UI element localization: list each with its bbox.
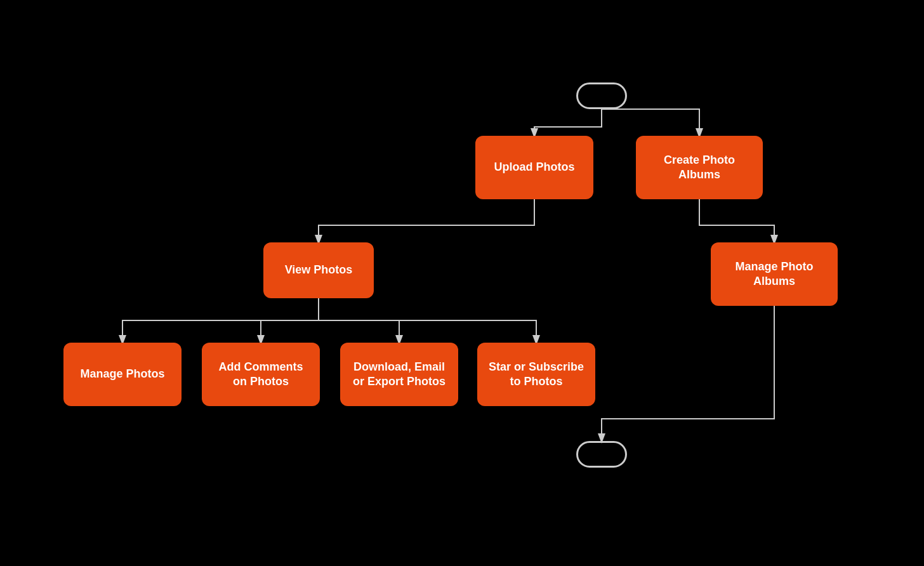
start-terminal <box>576 82 627 109</box>
view-photos-node: View Photos <box>263 242 374 298</box>
diagram-container: Upload Photos Create Photo Albums View P… <box>0 0 924 566</box>
download-email-node: Download, Email or Export Photos <box>340 343 458 406</box>
end-terminal <box>576 441 627 468</box>
manage-photos-node: Manage Photos <box>63 343 182 406</box>
upload-photos-node: Upload Photos <box>475 136 593 199</box>
star-subscribe-node: Star or Subscribe to Photos <box>477 343 595 406</box>
manage-albums-node: Manage Photo Albums <box>711 242 838 306</box>
create-albums-node: Create Photo Albums <box>636 136 763 199</box>
add-comments-node: Add Comments on Photos <box>202 343 320 406</box>
